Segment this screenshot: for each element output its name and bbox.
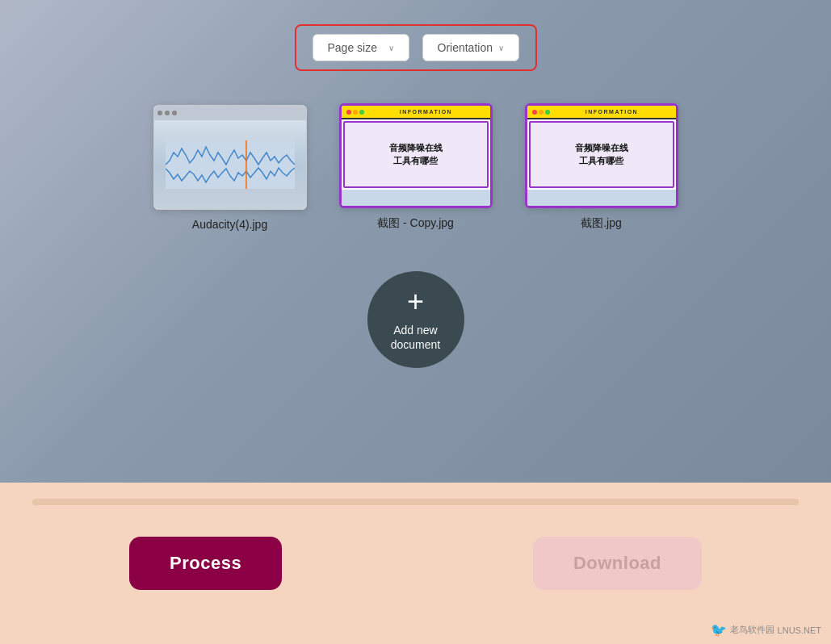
page-size-dropdown[interactable]: Page size ∨ (313, 34, 409, 61)
yellow-dot2 (539, 110, 544, 115)
info-dots (346, 110, 364, 115)
info-header: INFORMATION (342, 106, 490, 119)
doc-card-screenshot-copy: INFORMATION 音频降噪在线 工具有哪些 截图 - Copy.jpg (339, 103, 493, 231)
info-body: 音频降噪在线 工具有哪些 (343, 121, 489, 188)
svg-rect-0 (166, 140, 295, 189)
orientation-chevron-icon: ∨ (498, 44, 504, 52)
screenshot-copy-thumbnail[interactable]: INFORMATION 音频降噪在线 工具有哪些 (339, 103, 493, 208)
screenshot-copy-label: 截图 - Copy.jpg (377, 216, 454, 231)
progress-bar (32, 499, 799, 505)
red-dot (346, 110, 351, 115)
screenshot-thumbnail[interactable]: INFORMATION 音频降噪在线 工具有哪些 (525, 103, 678, 208)
info-line2: 工具有哪些 (393, 155, 438, 167)
green-dot2 (545, 110, 550, 115)
dot3 (172, 111, 177, 115)
add-new-label: Add newdocument (391, 323, 440, 352)
info-footer (342, 190, 490, 206)
info-header-label: INFORMATION (367, 109, 485, 115)
process-button[interactable]: Process (129, 537, 282, 590)
page-size-label: Page size (328, 41, 377, 54)
waveform-svg (166, 140, 295, 189)
add-new-document-button[interactable]: + Add newdocument (367, 271, 464, 368)
info-line2b: 工具有哪些 (579, 155, 623, 167)
orientation-label: Orientation (438, 41, 493, 54)
info-header2: INFORMATION (527, 106, 676, 119)
bottom-area: Process Download 🐦 老鸟软件园 LNUS.NET (0, 483, 831, 644)
download-label: Download (573, 553, 661, 573)
info-line1: 音频降噪在线 (389, 142, 443, 154)
red-dot2 (532, 110, 537, 115)
info-dots2 (532, 110, 550, 115)
watermark-text: 老鸟软件园 (730, 624, 774, 636)
screenshot-label: 截图.jpg (581, 216, 622, 231)
plus-icon: + (407, 287, 424, 316)
audacity-thumbnail[interactable] (153, 105, 307, 210)
download-button[interactable]: Download (533, 537, 702, 590)
info-body2: 音频降噪在线 工具有哪些 (529, 121, 674, 188)
audacity-body (154, 120, 306, 209)
yellow-dot (353, 110, 358, 115)
page-size-chevron-icon: ∨ (388, 44, 394, 52)
dot2 (165, 111, 170, 115)
doc-card-screenshot: INFORMATION 音频降噪在线 工具有哪些 截图.jpg (525, 103, 678, 231)
watermark: 🐦 老鸟软件园 LNUS.NET (711, 622, 821, 638)
audacity-label: Audacity(4).jpg (192, 218, 267, 231)
orientation-dropdown[interactable]: Orientation ∨ (422, 34, 519, 61)
info-header-label2: INFORMATION (553, 109, 671, 115)
watermark-domain: LNUS.NET (778, 625, 821, 635)
info-footer2 (527, 190, 676, 206)
audacity-header-bar (154, 106, 306, 120)
green-dot (359, 110, 364, 115)
doc-card-audacity: Audacity(4).jpg (153, 105, 307, 231)
toolbar: Page size ∨ Orientation ∨ (295, 24, 537, 71)
process-label: Process (170, 553, 241, 573)
bird-icon: 🐦 (711, 622, 727, 638)
dot1 (157, 111, 162, 115)
main-area: Page size ∨ Orientation ∨ (0, 0, 831, 483)
info-line1b: 音频降噪在线 (575, 142, 628, 154)
documents-row: Audacity(4).jpg INFORMATION 音频降噪在线 (153, 103, 678, 231)
